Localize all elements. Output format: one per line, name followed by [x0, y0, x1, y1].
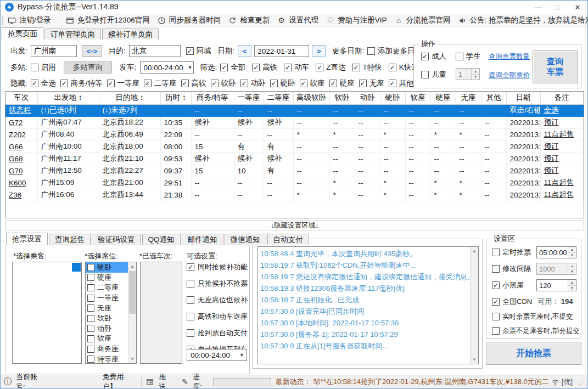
column-header[interactable]: 硬座: [430, 92, 456, 104]
partial-submit-box[interactable]: [492, 327, 500, 335]
student-checkbox-box[interactable]: [456, 53, 463, 60]
optional-setting-checkbox[interactable]: 只抢候补不抢票: [187, 279, 248, 289]
close-button[interactable]: ✕: [568, 1, 587, 14]
hide-settings-bar[interactable]: ↓隐藏设置区域↓: [5, 221, 584, 230]
query-remaining-link[interactable]: 查询余票数量: [489, 52, 530, 61]
cdn-checkbox-box[interactable]: [492, 298, 500, 306]
tab-settings-3[interactable]: QQ通知: [142, 234, 181, 245]
interval-stepper[interactable]: 1000 ▲▼: [536, 263, 576, 275]
seat-option-checkbox[interactable]: [87, 284, 94, 291]
query-all-price-link[interactable]: 查询全部票价: [489, 71, 530, 80]
seat-option[interactable]: 二等座: [86, 283, 128, 293]
scroll-down-icon[interactable]: ▼: [471, 356, 478, 364]
add-more-dates-checkbox-box[interactable]: [367, 47, 375, 55]
start-grab-button[interactable]: 开始抢票: [486, 342, 581, 365]
toolbar-item[interactable]: ⚙设置代理: [277, 15, 318, 25]
column-header[interactable]: 硬卧: [380, 92, 405, 104]
date-next-button[interactable]: >: [312, 45, 326, 57]
toolbar-item[interactable]: 检查更新: [228, 15, 270, 25]
table-cell[interactable]: 预订: [540, 116, 584, 128]
filter-checkbox-box[interactable]: [352, 64, 360, 71]
table-row[interactable]: G70广州南12:50北京西22:2709:371510有-----------…: [5, 165, 584, 177]
column-header[interactable]: 二等座: [264, 92, 293, 104]
hide-checkbox[interactable]: 软座: [300, 78, 325, 88]
seat-option[interactable]: 硬座: [86, 273, 128, 283]
hide-checkbox[interactable]: 硬卧: [270, 78, 295, 88]
hide-checkbox-box[interactable]: [389, 80, 396, 87]
hide-checkbox[interactable]: 一等座: [107, 78, 140, 88]
table-cell[interactable]: 11点起售: [540, 128, 584, 140]
blackroom-checkbox[interactable]: 小黑屋: [492, 279, 524, 291]
hide-checkbox[interactable]: 其他: [389, 78, 414, 88]
seat-option[interactable]: 硬卧: [86, 262, 128, 273]
seat-option-checkbox[interactable]: [87, 356, 94, 363]
hide-checkbox[interactable]: 动卧: [240, 78, 266, 88]
seat-option-checkbox[interactable]: [87, 325, 94, 332]
child-count-stepper[interactable]: 1 ▲▼: [456, 68, 480, 80]
grab-time-range-select[interactable]: 00:00-24:00 ▼: [187, 349, 247, 361]
table-cell[interactable]: 预订: [540, 140, 584, 153]
timed-grab-checkbox-box[interactable]: [492, 249, 500, 256]
filter-checkbox-box[interactable]: [316, 64, 323, 71]
filter-checkbox-box[interactable]: [389, 64, 396, 71]
output-log-scrollbar[interactable]: ▲ ▼: [470, 247, 478, 364]
table-cell[interactable]: G66: [5, 140, 37, 153]
seat-option-checkbox[interactable]: [87, 264, 94, 271]
column-header[interactable]: 其他: [481, 92, 506, 104]
hide-checkbox-box[interactable]: [270, 80, 278, 87]
same-city-checkbox-box[interactable]: [186, 47, 194, 55]
seat-listbox-scrollbar[interactable]: ▲ ▼: [128, 262, 136, 363]
optional-setting-box[interactable]: [187, 280, 194, 287]
tab-main-0[interactable]: 抢票页面: [2, 27, 43, 40]
blackroom-stepper[interactable]: 120 ▲▼: [536, 279, 576, 291]
multi-station-enable-checkbox[interactable]: 启用: [31, 63, 56, 72]
table-row[interactable]: K600广州15:09北京西21:0029:51--------*--*--**…: [5, 177, 584, 189]
table-cell[interactable]: 预订: [540, 153, 584, 165]
seat-option-checkbox[interactable]: [87, 346, 94, 353]
table-cell[interactable]: Z202: [5, 128, 37, 140]
hide-checkbox-box[interactable]: [300, 80, 307, 87]
seat-listbox[interactable]: 硬卧硬座二等座一等座无座软卧动卧软座商务座特等座 ▲ ▼: [85, 262, 137, 364]
column-header[interactable]: 动卧: [355, 92, 380, 104]
hide-checkbox[interactable]: 商务/特等: [60, 78, 103, 88]
maximize-button[interactable]: □: [548, 1, 568, 14]
timed-grab-checkbox[interactable]: 定时抢票: [492, 246, 531, 258]
column-header[interactable]: 软座: [405, 92, 430, 104]
no-seat-no-submit-box[interactable]: [492, 313, 500, 320]
blackroom-checkbox-box[interactable]: [492, 281, 500, 289]
filter-checkbox[interactable]: T特快: [352, 63, 382, 72]
tab-settings-2[interactable]: 验证码设置: [92, 234, 141, 245]
seat-option[interactable]: 无座: [86, 303, 128, 313]
column-header[interactable]: 目的地 ↕: [99, 92, 160, 104]
filter-checkbox[interactable]: 全部: [220, 63, 245, 72]
filter-checkbox-box[interactable]: [252, 64, 260, 71]
multi-station-enable-box[interactable]: [31, 64, 38, 71]
table-row[interactable]: 状态栏(↑)已选0列(↓)未选7列--------------------双击/…: [5, 104, 584, 116]
optional-setting-checkbox[interactable]: 抢到票自动支付: [187, 328, 248, 338]
query-tickets-button[interactable]: 查询 车票: [533, 50, 578, 83]
column-header[interactable]: 备注: [540, 92, 584, 104]
filter-checkbox-box[interactable]: [220, 64, 228, 71]
table-row[interactable]: G72广州南07:47北京西18:2210:35候补候补候补----------…: [5, 116, 584, 128]
table-cell[interactable]: 11点起售: [540, 189, 584, 201]
hide-checkbox[interactable]: 全选: [31, 78, 56, 88]
scroll-down-icon[interactable]: ▼: [128, 355, 136, 363]
optional-setting-box[interactable]: [187, 263, 194, 271]
optional-setting-box[interactable]: [187, 296, 194, 304]
filter-checkbox[interactable]: 动车: [284, 63, 309, 72]
seat-option-checkbox[interactable]: [87, 315, 94, 322]
hide-checkbox-box[interactable]: [31, 80, 38, 87]
output-log[interactable]: 10:58:48:4 查询完毕，本次查询共用时:435毫秒。10:58:19:7…: [257, 246, 479, 364]
tab-settings-5[interactable]: 微信通知: [225, 234, 266, 245]
toolbar-item[interactable]: 注销/登录: [7, 15, 51, 25]
seat-option-checkbox[interactable]: [87, 305, 94, 312]
optional-setting-box[interactable]: [187, 313, 194, 320]
hide-checkbox-box[interactable]: [107, 80, 115, 87]
timed-grab-time-stepper[interactable]: 05:00:00 ▲▼: [536, 246, 576, 258]
multi-station-query-button[interactable]: 多站查询: [64, 61, 112, 74]
push-label[interactable]: 推送: [159, 372, 172, 389]
optional-setting-checkbox[interactable]: 同时抢候补功能: [187, 262, 248, 272]
minimize-button[interactable]: —: [528, 1, 548, 14]
child-checkbox[interactable]: 儿童: [421, 70, 446, 80]
date-input[interactable]: 2022-01-31: [254, 45, 309, 57]
